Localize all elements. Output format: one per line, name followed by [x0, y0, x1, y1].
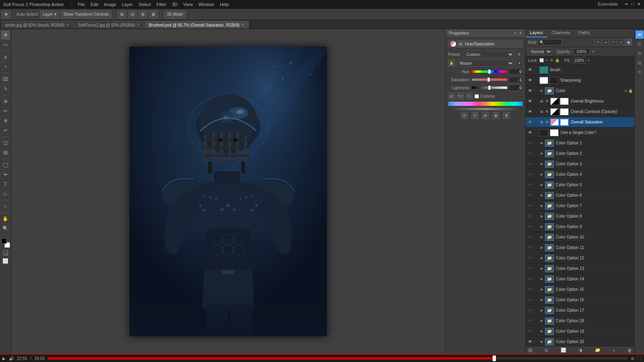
filter-shape-btn[interactable]: S: [618, 39, 624, 45]
dodge-tool[interactable]: ◯: [1, 160, 10, 169]
layer-co9-eye[interactable]: 👁: [527, 224, 533, 230]
layer-color-option-5[interactable]: 👁 ▶ 📁 Color Option 5: [526, 180, 634, 190]
menu-select[interactable]: Select: [138, 2, 151, 7]
add-style-btn[interactable]: fx: [545, 348, 549, 353]
layer-co17-expand[interactable]: ▶: [539, 308, 544, 313]
saturation-slider-track[interactable]: [472, 78, 507, 81]
filter-pixel-btn[interactable]: P: [595, 39, 601, 45]
lightness-slider-thumb[interactable]: [488, 85, 491, 90]
menu-edit[interactable]: Edit: [91, 2, 98, 7]
layer-co20-expand[interactable]: ▶: [539, 339, 544, 344]
properties-menu-btn[interactable]: ≡: [514, 31, 516, 35]
layer-brush[interactable]: 👁 brush: [526, 65, 634, 75]
tab-paths[interactable]: Paths: [575, 29, 594, 37]
timeline-thumb[interactable]: [493, 356, 496, 361]
layer-co20-eye[interactable]: 👁: [527, 339, 533, 345]
channel-menu-btn[interactable]: ▾: [516, 60, 523, 67]
layer-co4-eye[interactable]: 👁: [527, 172, 533, 177]
screen-mode-btn[interactable]: ⬜: [1, 257, 10, 265]
new-layer-bottom-btn[interactable]: +: [613, 348, 615, 353]
lock-position-btn[interactable]: ✥: [550, 58, 553, 62]
right-icon-4[interactable]: ⊕: [636, 68, 644, 76]
eraser-tool[interactable]: ◫: [1, 138, 10, 147]
layer-color-option-12[interactable]: 👁 ▶ 📁 Color Option 12: [526, 253, 634, 263]
layer-co17-eye[interactable]: 👁: [527, 308, 533, 313]
layer-co2-expand[interactable]: ▶: [539, 151, 544, 156]
filter-type-btn[interactable]: T: [610, 39, 617, 45]
healing-tool[interactable]: ⊕: [1, 97, 10, 106]
menu-file[interactable]: File: [78, 2, 85, 7]
layer-color-option-19[interactable]: 👁 ▶ 📁 Color Option 19: [526, 326, 634, 337]
fg-color-swatch[interactable]: [1, 238, 7, 244]
layer-color-option-6[interactable]: 👁 ▶ 📁 Color Option 6: [526, 190, 634, 201]
layer-contrast-eye[interactable]: 👁: [527, 109, 533, 115]
tab-photo-close[interactable]: ✕: [66, 23, 69, 27]
layer-color-option-17[interactable]: 👁 ▶ 📁 Color Option 17: [526, 305, 634, 316]
menu-help[interactable]: Help: [220, 2, 229, 7]
close-btn[interactable]: ✕: [637, 2, 641, 7]
layer-co10-expand[interactable]: ▶: [539, 235, 544, 240]
layer-color-option-11[interactable]: 👁 ▶ 📁 Color Option 11: [526, 243, 634, 253]
layer-co15-expand[interactable]: ▶: [539, 287, 544, 292]
hand-tool[interactable]: ✋: [1, 214, 10, 223]
layer-co19-expand[interactable]: ▶: [539, 329, 544, 334]
hue-slider-track[interactable]: [472, 70, 507, 73]
show-transform-btn[interactable]: Show Transform Controls: [61, 10, 112, 19]
menu-view[interactable]: View: [183, 2, 193, 7]
timeline-settings-btn[interactable]: ⚙: [631, 356, 634, 361]
colorize-checkbox[interactable]: [475, 94, 479, 99]
tab-brushed-close[interactable]: ✕: [241, 23, 244, 27]
properties-close-btn[interactable]: ✕: [519, 31, 522, 35]
layer-brush-eye[interactable]: 👁: [527, 67, 533, 73]
brush-tool[interactable]: ✏: [1, 107, 10, 115]
lightness-slider-track[interactable]: [472, 86, 507, 89]
layer-single-color-eye[interactable]: 👁: [527, 130, 533, 136]
menu-filter[interactable]: Filter: [157, 2, 166, 7]
layer-color-option-18[interactable]: 👁 ▶ 📁 Color Option 18: [526, 316, 634, 326]
crop-tool[interactable]: ⌧: [1, 75, 10, 84]
channel-select[interactable]: Master Reds Greens Blues: [457, 60, 514, 67]
new-layer-btn[interactable]: ⊞: [461, 112, 468, 119]
menu-window[interactable]: Window: [198, 2, 214, 7]
layer-co16-eye[interactable]: 👁: [527, 297, 533, 303]
ai-icon[interactable]: AI: [636, 31, 644, 39]
layer-co8-eye[interactable]: 👁: [527, 214, 533, 219]
eyedropper-sub-btn[interactable]: ✎-: [466, 93, 473, 100]
zoom-tool[interactable]: 🔍: [1, 224, 10, 233]
opacity-input[interactable]: [574, 48, 590, 55]
delete-btn[interactable]: 🗑: [503, 112, 510, 119]
layer-co18-expand[interactable]: ▶: [539, 319, 544, 323]
flip-btn[interactable]: ⇄: [482, 112, 489, 119]
layer-co3-expand[interactable]: ▶: [539, 162, 544, 167]
layer-color-expand[interactable]: ▶: [539, 88, 544, 93]
layer-co5-expand[interactable]: ▶: [539, 183, 544, 187]
layer-overall-saturation[interactable]: 👁 ▤ ⛓ Overall Saturation: [526, 117, 634, 128]
layer-co5-eye[interactable]: 👁: [527, 182, 533, 188]
new-adj-layer-btn[interactable]: ◑: [578, 348, 582, 353]
layer-color-option-14[interactable]: 👁 ▶ 📁 Color Option 14: [526, 274, 634, 284]
layer-co3-eye[interactable]: 👁: [527, 161, 533, 167]
tab-layers[interactable]: Layers: [526, 29, 547, 37]
tab-photo[interactable]: photo.jpg @ 50% (brush, RGB/8) ✕: [2, 21, 74, 29]
layer-color-folder-eye[interactable]: 👁: [527, 88, 533, 94]
eyedropper-tool[interactable]: ✎: [1, 84, 10, 93]
tab-brushed[interactable]: Brushed.psd @ 66.7% (Overall Saturation,…: [145, 21, 249, 29]
layer-filter-input[interactable]: [538, 39, 562, 45]
layer-overall-brightness[interactable]: 👁 ▤ ⛓ Overall Brightness: [526, 96, 634, 107]
layer-color-option-3[interactable]: 👁 ▶ 📁 Color Option 3: [526, 159, 634, 169]
layer-use-single-color[interactable]: 👁 Use a Single Color?: [526, 128, 634, 138]
move-tool[interactable]: ✥: [1, 31, 10, 39]
play-btn[interactable]: ▶: [2, 356, 6, 361]
layer-sharpening[interactable]: 👁 Sharpening: [526, 75, 634, 86]
layer-color-option-4[interactable]: 👁 ▶ 📁 Color Option 4: [526, 169, 634, 180]
layer-co2-eye[interactable]: 👁: [527, 151, 533, 156]
timeline-progress-bar[interactable]: [48, 357, 627, 360]
menu-image[interactable]: Image: [104, 2, 116, 7]
layer-co1-expand[interactable]: ▶: [539, 141, 544, 146]
eyedropper-tool-btn[interactable]: 🖃: [448, 93, 455, 100]
layer-color-option-1[interactable]: 👁 ▶ 📁 Color Option 1: [526, 138, 634, 148]
align-center-h-btn[interactable]: ⊟: [128, 10, 137, 19]
lock-transparent-btn[interactable]: ⬜: [539, 58, 544, 62]
layer-co19-eye[interactable]: 👁: [527, 329, 533, 334]
layer-sharpening-eye[interactable]: 👁: [527, 78, 533, 83]
